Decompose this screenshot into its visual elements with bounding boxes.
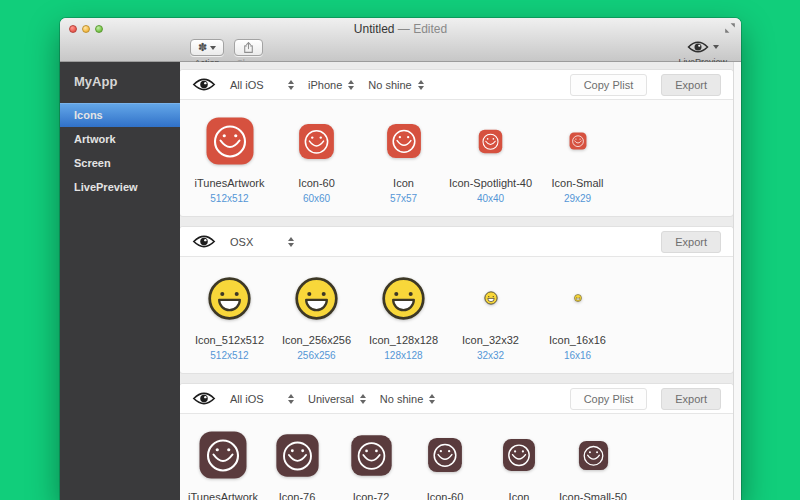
icon-tile: Icon_32x3232x32: [447, 267, 534, 361]
icon-size: 512x512: [210, 193, 248, 204]
icon-grid: iTunesArtwork512x512Icon-7676x76Icon-727…: [180, 414, 733, 500]
icon-tile: Icon-6060x60: [273, 110, 360, 204]
emoji-icon-smiley: [207, 276, 252, 321]
icon-preview: [275, 424, 320, 486]
icon-set-section: All iOSiPhoneNo shineCopy PlistExportiTu…: [180, 70, 733, 216]
sidebar-nav: IconsArtworkScreenLivePreview: [60, 103, 180, 199]
icon-name: Icon-60: [427, 491, 464, 500]
app-icon-smiley: [298, 123, 335, 160]
icon-preview: [381, 267, 426, 329]
app-icon-smiley: [205, 116, 255, 166]
visibility-toggle[interactable]: [192, 77, 216, 92]
desktop-background: Untitled — Edited ✽ Action: [0, 0, 800, 500]
content-area: All iOSiPhoneNo shineCopy PlistExportiTu…: [180, 62, 741, 500]
export-button[interactable]: Export: [661, 74, 721, 96]
vertical-scrollbar[interactable]: [733, 62, 741, 500]
icon-tile: Icon-Spotlight-4040x40: [447, 110, 534, 204]
icon-name: Icon-76: [279, 491, 316, 500]
eye-visibility-icon: [192, 234, 216, 249]
icon-size: 512x512: [210, 350, 248, 361]
visibility-toggle[interactable]: [192, 234, 216, 249]
app-name: MyApp: [60, 62, 180, 103]
sidebar-item-screen[interactable]: Screen: [60, 151, 180, 175]
app-icon-smiley: [569, 132, 587, 150]
minimize-button[interactable]: [82, 25, 90, 33]
icon-name: Icon-Small-50: [559, 491, 627, 500]
chevron-down-icon: [210, 46, 216, 50]
copy-plist-button[interactable]: Copy Plist: [570, 74, 648, 96]
icon-set-section: All iOSUniversalNo shineCopy PlistExport…: [180, 384, 733, 500]
section-header: All iOSUniversalNo shineCopy PlistExport: [180, 384, 733, 414]
action-button[interactable]: ✽: [190, 39, 224, 56]
copy-plist-button[interactable]: Copy Plist: [570, 388, 648, 410]
stepper-icon: [429, 394, 435, 404]
icon-name: Icon: [393, 177, 414, 189]
dropdown-no-shine[interactable]: No shine: [380, 393, 435, 405]
dropdown-all-ios[interactable]: All iOS: [230, 393, 294, 405]
icon-tile: Icon_16x1616x16: [534, 267, 621, 361]
icon-tile: Icon-7272x72: [334, 424, 408, 500]
icon-size: 40x40: [477, 193, 504, 204]
icon-tile: Icon_128x128128x128: [360, 267, 447, 361]
main-area: MyApp IconsArtworkScreenLivePreview All …: [60, 62, 741, 500]
dropdown-label: All iOS: [230, 79, 264, 91]
app-icon-smiley: [427, 437, 463, 473]
stepper-icon: [288, 80, 294, 90]
sidebar-item-icons[interactable]: Icons: [60, 103, 180, 127]
close-button[interactable]: [69, 25, 77, 33]
icon-tile: Icon57x57: [482, 424, 556, 500]
icon-name: Icon-60: [298, 177, 335, 189]
icon-preview: [207, 267, 252, 329]
fullscreen-icon[interactable]: [724, 22, 736, 34]
icon-tile: Icon-Small-5050x50: [556, 424, 630, 500]
window-title: Untitled — Edited: [354, 22, 447, 36]
icon-name: Icon_512x512: [195, 334, 264, 346]
dropdown-osx[interactable]: OSX: [230, 236, 294, 248]
emoji-icon-smiley: [484, 291, 498, 305]
emoji-icon-smiley: [294, 276, 339, 321]
visibility-toggle[interactable]: [192, 391, 216, 406]
eye-visibility-icon: [192, 77, 216, 92]
dropdown-label: iPhone: [308, 79, 342, 91]
icon-name: Icon-72: [353, 491, 390, 500]
icon-preview: [294, 267, 339, 329]
livepreview-button[interactable]: [687, 38, 719, 55]
stepper-icon: [360, 394, 366, 404]
app-icon-smiley: [502, 438, 536, 472]
traffic-lights: [69, 25, 103, 33]
icon-name: Icon_128x128: [369, 334, 438, 346]
dropdown-no-shine[interactable]: No shine: [368, 79, 423, 91]
icon-name: Icon_16x16: [549, 334, 606, 346]
dropdown-universal[interactable]: Universal: [308, 393, 366, 405]
icon-tile: iTunesArtwork512x512: [186, 110, 273, 204]
titlebar: Untitled — Edited: [60, 18, 741, 39]
icon-tile: Icon-Small29x29: [534, 110, 621, 204]
export-button[interactable]: Export: [661, 388, 721, 410]
dropdown-iphone[interactable]: iPhone: [308, 79, 354, 91]
icon-preview: [350, 424, 393, 486]
sidebar-item-livepreview[interactable]: LivePreview: [60, 175, 180, 199]
dropdown-all-ios[interactable]: All iOS: [230, 79, 294, 91]
sidebar-item-artwork[interactable]: Artwork: [60, 127, 180, 151]
chevron-down-icon: [713, 45, 719, 49]
app-window: Untitled — Edited ✽ Action: [60, 18, 741, 500]
app-icon-smiley: [198, 430, 248, 480]
emoji-icon-smiley: [381, 276, 426, 321]
icon-name: iTunesArtwork: [195, 177, 265, 189]
export-button[interactable]: Export: [661, 231, 721, 253]
dropdown-label: No shine: [368, 79, 411, 91]
icon-preview: [205, 110, 255, 172]
icon-preview: [484, 267, 498, 329]
icon-size: 29x29: [564, 193, 591, 204]
section-header: OSXExport: [180, 227, 733, 257]
share-button[interactable]: [234, 39, 263, 56]
icon-preview: [298, 110, 335, 172]
zoom-button[interactable]: [95, 25, 103, 33]
icon-tile: Icon_512x512512x512: [186, 267, 273, 361]
window-header: Untitled — Edited ✽ Action: [60, 18, 741, 62]
icon-preview: [198, 424, 248, 486]
icon-preview: [574, 267, 582, 329]
stepper-icon: [348, 80, 354, 90]
icon-grid: Icon_512x512512x512Icon_256x256256x256Ic…: [180, 257, 733, 373]
icon-size: 32x32: [477, 350, 504, 361]
